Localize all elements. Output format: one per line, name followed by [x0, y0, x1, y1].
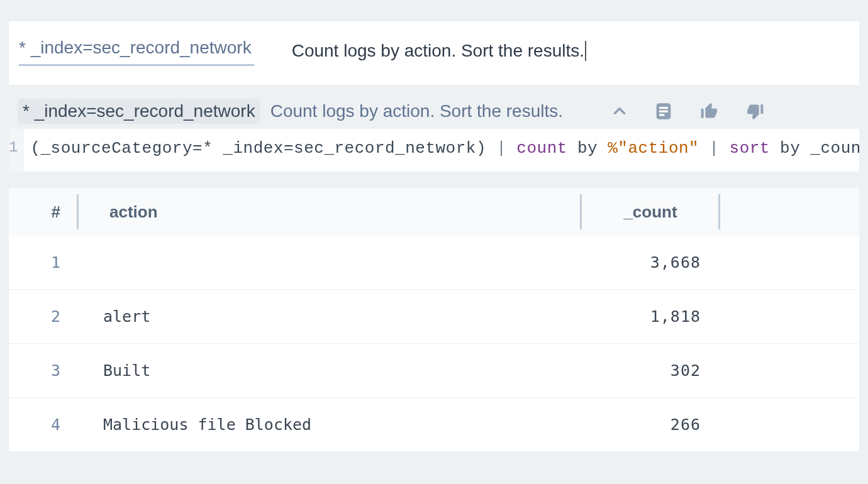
- interp-actions: [611, 101, 859, 122]
- generated-query: 1 (_sourceCategory=* _index=sec_record_n…: [9, 129, 859, 172]
- line-number: 1: [9, 129, 24, 172]
- row-count: 302: [581, 361, 720, 380]
- code-by: by: [780, 139, 810, 158]
- thumbs-down-icon[interactable]: [745, 101, 765, 121]
- row-index: 2: [9, 307, 78, 326]
- code-field-action: %"action": [608, 139, 699, 158]
- table-header-row: # action _count: [9, 188, 859, 236]
- code-tail: _coun: [810, 139, 861, 158]
- results-table: # action _count 1 3,668 2 alert 1,818 3 …: [9, 188, 859, 452]
- code-by: by: [577, 139, 608, 158]
- col-header-count[interactable]: _count: [581, 202, 720, 222]
- row-action: Malicious file Blocked: [78, 415, 581, 434]
- row-count: 1,818: [581, 307, 720, 326]
- row-count: 3,668: [581, 253, 720, 272]
- code-pipe: |: [709, 139, 719, 158]
- nl-query-display[interactable]: Count logs by action. Sort the results.: [292, 41, 586, 61]
- collapse-icon[interactable]: [611, 103, 628, 119]
- interp-text: Count logs by action. Sort the results.: [269, 101, 603, 121]
- row-action: Built: [78, 361, 581, 380]
- query-code[interactable]: (_sourceCategory=* _index=sec_record_net…: [24, 129, 867, 172]
- svg-rect-1: [659, 107, 668, 109]
- code-pipe: |: [496, 139, 506, 158]
- col-header-index[interactable]: #: [9, 202, 78, 222]
- col-header-action[interactable]: action: [78, 202, 581, 222]
- table-row[interactable]: 1 3,668: [9, 236, 859, 290]
- code-kw-count: count: [506, 139, 577, 158]
- row-action: alert: [78, 307, 581, 326]
- search-bar: * _index=sec_record_network Count logs b…: [9, 21, 859, 85]
- table-row[interactable]: 4 Malicious file Blocked 266: [9, 398, 859, 452]
- svg-rect-3: [659, 114, 665, 116]
- row-count: 266: [581, 415, 720, 434]
- svg-rect-2: [659, 111, 668, 113]
- table-row[interactable]: 3 Built 302: [9, 344, 859, 398]
- code-source-filter: (_sourceCategory=* _index=sec_record_net…: [30, 139, 496, 158]
- table-row[interactable]: 2 alert 1,818: [9, 290, 859, 344]
- interpretation-row: * _index=sec_record_network Count logs b…: [9, 99, 859, 124]
- scope-chip[interactable]: * _index=sec_record_network: [19, 35, 254, 66]
- thumbs-up-icon[interactable]: [699, 101, 720, 121]
- interp-scope-chip[interactable]: * _index=sec_record_network: [18, 99, 260, 124]
- document-icon[interactable]: [653, 101, 674, 122]
- code-kw-sort: sort: [719, 139, 780, 158]
- row-index: 3: [9, 361, 78, 380]
- row-index: 4: [9, 415, 78, 434]
- row-index: 1: [9, 253, 78, 272]
